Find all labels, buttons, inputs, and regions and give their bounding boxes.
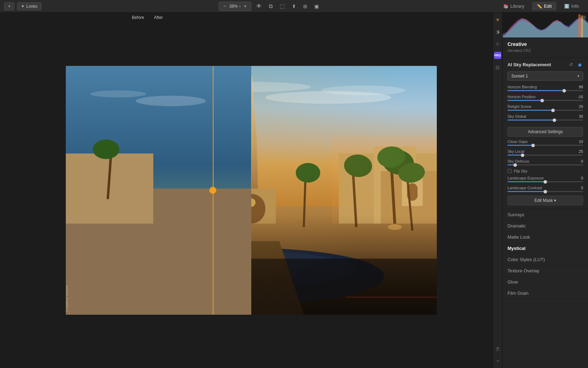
sky-defocus-label: Sky Defocus xyxy=(507,159,529,163)
sky-local-thumb[interactable] xyxy=(521,154,524,157)
svg-point-44 xyxy=(388,224,402,230)
svg-point-3 xyxy=(265,91,391,104)
sun-icon[interactable]: ☀ xyxy=(494,16,501,23)
zoom-minus-button[interactable]: − xyxy=(222,3,228,9)
palette-icon[interactable]: ◑ xyxy=(494,28,501,35)
relight-scene-thumb[interactable] xyxy=(551,109,555,112)
relight-scene-label: Relight Scene xyxy=(507,104,532,109)
image-container: © Matthew Browne xyxy=(10,23,492,357)
edit-mask-button[interactable]: Edit Mask ▾ xyxy=(507,196,583,205)
relight-scene-value: 29 xyxy=(575,104,583,109)
landscape-exposure-row: Landscape Exposure 0 xyxy=(507,176,583,182)
library-tab-button[interactable]: 📚 Library xyxy=(498,2,529,11)
svg-point-56 xyxy=(93,139,119,159)
share-icon: ⬆ xyxy=(292,4,296,9)
menu-item-color-styles[interactable]: Color Styles (LUT) xyxy=(503,254,588,265)
sky-preset-value: Sunset 1 xyxy=(511,74,528,79)
landscape-exposure-fill xyxy=(507,181,545,182)
flip-sky-checkbox[interactable] xyxy=(507,169,512,173)
split-handle[interactable] xyxy=(209,187,216,194)
horizon-blending-value: 98 xyxy=(575,85,583,89)
landscape-exposure-thumb[interactable] xyxy=(544,180,547,184)
sky-local-fill xyxy=(507,155,523,156)
crop-icon: ⬚ xyxy=(280,3,285,9)
landscape-exposure-track[interactable] xyxy=(507,181,583,182)
dropdown-arrow-icon: ▾ xyxy=(578,74,579,78)
compare-button[interactable]: ⧉ xyxy=(267,2,275,11)
landscape-exposure-value: 0 xyxy=(575,176,583,180)
horizon-position-thumb[interactable] xyxy=(540,99,544,102)
sky-defocus-value: 0 xyxy=(575,159,583,163)
relight-scene-track[interactable] xyxy=(507,110,583,111)
menu-item-film-grain[interactable]: Film Grain xyxy=(503,288,588,299)
sky-controls: ↺ ◉ xyxy=(568,61,583,68)
horizon-position-track[interactable] xyxy=(507,100,583,101)
close-gaps-fill xyxy=(507,145,533,146)
crop-button[interactable]: ⬚ xyxy=(278,1,287,11)
svg-rect-19 xyxy=(381,171,437,224)
creative-menu-list: Sunrays Dramatic Matte Look Mystical Col… xyxy=(503,209,588,299)
horizon-blending-row: Horizon Blending 98 xyxy=(507,85,583,91)
grid-button[interactable]: ⊞ xyxy=(301,2,309,11)
panel-header: Creative elevated.CR2 xyxy=(503,38,588,58)
horizon-blending-thumb[interactable] xyxy=(562,89,566,93)
menu-item-dramatic[interactable]: Dramatic xyxy=(503,220,588,232)
sky-global-fill xyxy=(507,120,554,121)
face-icon[interactable]: ☺ xyxy=(494,40,501,47)
zoom-plus-button[interactable]: + xyxy=(242,3,248,9)
info-tab-button[interactable]: ℹ️ Info xyxy=(559,2,584,11)
bag-icon[interactable]: ⊡ xyxy=(494,64,501,71)
sky-replacement-section: AI Sky Replacement ↺ ◉ Sunset 1 ▾ Horizo xyxy=(503,58,588,209)
panel-button[interactable]: ▣ xyxy=(312,2,321,11)
svg-rect-17 xyxy=(339,154,437,224)
close-gaps-track[interactable] xyxy=(507,145,583,146)
main-area: Before After xyxy=(0,13,588,368)
history-icon[interactable]: ⏱ xyxy=(494,346,501,353)
sky-defocus-thumb[interactable] xyxy=(513,163,517,167)
horizon-blending-track[interactable] xyxy=(507,90,583,91)
split-image[interactable]: © Matthew Browne xyxy=(66,66,437,315)
menu-item-sunrays[interactable]: Sunrays xyxy=(503,209,588,220)
looks-button[interactable]: ✦ Looks xyxy=(17,2,41,10)
sky-preset-dropdown[interactable]: Sunset 1 ▾ xyxy=(507,71,583,81)
svg-point-32 xyxy=(380,148,416,177)
menu-item-glow[interactable]: Glow xyxy=(503,277,588,288)
toolbar-right: 📚 Library ✏️ Edit ℹ️ Info xyxy=(498,2,584,11)
svg-line-31 xyxy=(391,164,395,224)
share-button[interactable]: ⬆ xyxy=(290,2,298,11)
menu-item-matte-look[interactable]: Matte Look xyxy=(503,232,588,243)
sky-defocus-track[interactable] xyxy=(507,164,583,165)
edit-tab-button[interactable]: ✏️ Edit xyxy=(532,2,556,11)
menu-item-mystical[interactable]: Mystical xyxy=(503,243,588,254)
svg-rect-58 xyxy=(578,14,581,38)
preview-button[interactable]: 👁 xyxy=(254,2,264,11)
more-icon[interactable]: ··· xyxy=(494,357,501,364)
layers-icon[interactable]: ⊞ xyxy=(582,15,586,20)
zoom-dropdown-icon: ▾ xyxy=(239,5,241,8)
sky-global-track[interactable] xyxy=(507,120,583,121)
copyright-text: © Matthew Browne xyxy=(65,285,69,312)
add-button[interactable]: + xyxy=(4,2,14,10)
landscape-contrast-thumb[interactable] xyxy=(544,190,547,193)
horizon-blending-fill xyxy=(507,90,564,91)
svg-point-37 xyxy=(397,161,426,184)
svg-rect-47 xyxy=(332,136,437,224)
sky-undo-button[interactable]: ↺ xyxy=(568,61,574,68)
panel-title: Creative xyxy=(507,41,583,47)
sky-visibility-button[interactable]: ◉ xyxy=(576,61,583,68)
sky-local-track[interactable] xyxy=(507,155,583,156)
advanced-settings-button[interactable]: Advanced Settings xyxy=(507,127,583,137)
horizon-position-row: Horizon Position -16 xyxy=(507,95,583,101)
landscape-contrast-track[interactable] xyxy=(507,191,583,192)
sliders-icon[interactable]: ≡ xyxy=(582,22,586,27)
pro-badge: PRO xyxy=(494,52,501,59)
menu-item-texture-overlay[interactable]: Texture Overlay xyxy=(503,265,588,277)
horizon-position-fill xyxy=(507,100,542,101)
horizon-position-label: Horizon Position xyxy=(507,95,536,99)
right-panel: ⊞ ≡ Creative elevated.CR2 AI Sky Replace… xyxy=(502,13,588,368)
sky-global-thumb[interactable] xyxy=(553,118,556,122)
close-gaps-thumb[interactable] xyxy=(531,144,535,147)
svg-line-36 xyxy=(407,175,412,231)
after-label: After xyxy=(147,14,502,21)
canvas-area: Before After xyxy=(0,13,502,368)
